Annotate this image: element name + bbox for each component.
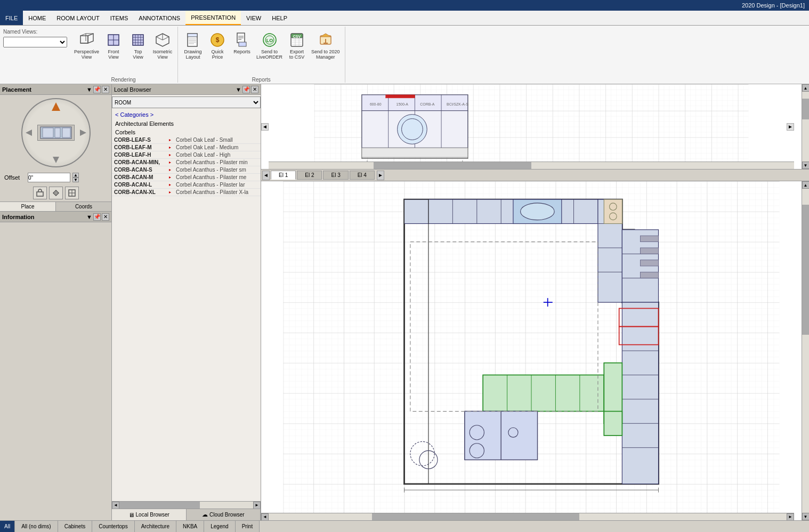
svg-rect-127 xyxy=(640,260,658,266)
bottom-tab-all-no-dims[interactable]: All (no dims) xyxy=(15,521,58,532)
fp-hscroll-left[interactable]: ◄ xyxy=(261,513,269,521)
item-desc-5: Corbel Acanthus - Pilaster me xyxy=(176,174,246,180)
view-tab-el2[interactable]: El 2 xyxy=(297,171,322,180)
list-item[interactable]: CORB-ACAN-XL ▸ Corbel Acanthus - Pilaste… xyxy=(112,189,261,196)
send-to-liveorder-label: Send toLiveORDER xyxy=(256,50,282,60)
export-to-csv-icon: CSV xyxy=(288,31,305,49)
view-tab-el3[interactable]: El 3 xyxy=(323,171,348,180)
svg-rect-49 xyxy=(43,128,53,138)
action-btn-1[interactable] xyxy=(33,187,47,199)
drawing-layout-button[interactable]: DrawingLayout xyxy=(181,29,205,63)
browser-scroll-right[interactable]: ► xyxy=(253,502,261,509)
fp-hscroll-right[interactable]: ► xyxy=(787,513,794,521)
reports-button[interactable]: Reports xyxy=(230,29,254,58)
list-item[interactable]: CORB-ACAN-M ▸ Corbel Acanthus - Pilaster… xyxy=(112,174,261,181)
cloud-browser-tab[interactable]: ☁ Cloud Browser xyxy=(187,509,261,520)
tabs-left-arrow[interactable]: ◄ xyxy=(262,171,270,180)
view-tab-el1[interactable]: El 1 xyxy=(271,171,296,180)
named-views-select[interactable] xyxy=(3,37,67,47)
compass-left-arrow xyxy=(26,130,32,136)
send-to-liveorder-button[interactable]: LO Send toLiveORDER xyxy=(255,29,284,63)
action-btn-2[interactable] xyxy=(49,187,63,199)
list-item[interactable]: CORB-LEAF-S ▸ Corbel Oak Leaf - Small xyxy=(112,136,261,144)
isometric-view-button[interactable]: IsometricView xyxy=(151,29,174,63)
item-code-4: CORB-ACAN-S xyxy=(114,167,167,173)
top-view-button[interactable]: TopView xyxy=(126,29,150,63)
browser-scroll-left[interactable]: ◄ xyxy=(112,502,119,509)
place-tab[interactable]: Place xyxy=(0,202,56,211)
offset-spin-down[interactable]: ▼ xyxy=(72,178,79,182)
browser-room-select[interactable]: ROOM xyxy=(112,96,261,108)
offset-input[interactable] xyxy=(28,173,70,182)
browser-controls: ▼ 📌 ✕ xyxy=(236,86,258,93)
menu-room-layout[interactable]: ROOM LAYOUT xyxy=(51,11,104,25)
top-view-vscroll[interactable]: ▲ ▼ xyxy=(802,84,809,169)
front-view-label: FrontView xyxy=(108,50,119,60)
list-item[interactable]: CORB-ACAN-L ▸ Corbel Acanthus - Pilaster… xyxy=(112,181,261,189)
bottom-tab-cabinets[interactable]: Cabinets xyxy=(58,521,92,532)
menu-annotations[interactable]: ANNOTATIONS xyxy=(133,11,185,25)
list-item[interactable]: CORB-LEAF-H ▸ Corbel Oak Leaf - High xyxy=(112,151,261,159)
offset-spin-up[interactable]: ▲ xyxy=(72,173,79,178)
menu-home[interactable]: HOME xyxy=(23,11,51,25)
bottom-tab-nkba[interactable]: NKBA xyxy=(176,521,204,532)
action-buttons xyxy=(0,184,111,201)
item-desc-7: Corbel Acanthus - Pilaster X-la xyxy=(176,189,248,195)
menu-help[interactable]: HELP xyxy=(266,11,293,25)
floor-plan-area[interactable]: ◄ ► ▲ ▼ xyxy=(261,181,809,520)
local-browser-tab[interactable]: 🖥 Local Browser xyxy=(112,509,187,520)
perspective-view-button[interactable]: PerspectiveView xyxy=(72,29,101,63)
browser-close-button[interactable]: ✕ xyxy=(251,86,258,93)
floor-plan-vscroll[interactable]: ▲ ▼ xyxy=(802,181,809,520)
offset-label: Offset xyxy=(4,174,26,181)
category-architectural-elements[interactable]: Architectural Elements xyxy=(112,119,261,128)
list-item[interactable]: CORB-LEAF-M ▸ Corbel Oak Leaf - Medium xyxy=(112,144,261,151)
top-vscroll-up[interactable]: ▲ xyxy=(802,84,810,92)
categories-breadcrumb[interactable]: < Categories > xyxy=(112,110,261,119)
fp-vscroll-down[interactable]: ▼ xyxy=(802,513,810,520)
front-view-button[interactable]: FrontView xyxy=(102,29,125,63)
send-to-liveorder-icon: LO xyxy=(261,31,278,49)
svg-rect-125 xyxy=(640,236,658,241)
top-view-scroll-right[interactable]: ► xyxy=(787,123,794,131)
list-item[interactable]: CORB-ACAN-MIN, ▸ Corbel Acanthus - Pilas… xyxy=(112,159,261,166)
title-text: 2020 Design - [Design1] xyxy=(742,2,805,9)
bottom-tab-print[interactable]: Print xyxy=(236,521,260,532)
export-to-csv-button[interactable]: CSV Exportto CSV xyxy=(285,29,309,63)
menu-file[interactable]: FILE xyxy=(0,11,23,25)
bottom-tab-countertops[interactable]: Countertops xyxy=(92,521,134,532)
floor-plan-hscroll[interactable]: ◄ ► xyxy=(261,513,794,520)
coords-tab[interactable]: Coords xyxy=(56,202,111,211)
placement-close-button[interactable]: ✕ xyxy=(102,86,109,93)
action-btn-3[interactable] xyxy=(65,187,79,199)
reports-group: DrawingLayout $ QuickPrice xyxy=(178,27,345,83)
bottom-tab-architecture[interactable]: Architecture xyxy=(135,521,176,532)
browser-pin-button[interactable]: 📌 xyxy=(242,86,250,93)
info-close-button[interactable]: ✕ xyxy=(102,213,109,221)
main-layout: Placement ▼ 📌 ✕ xyxy=(0,84,809,520)
top-vscroll-down[interactable]: ▼ xyxy=(802,162,810,169)
bottom-tab-all[interactable]: All xyxy=(0,521,15,532)
info-title: Information xyxy=(2,214,35,220)
top-view-hscroll[interactable] xyxy=(269,162,794,169)
info-arrow-icon: ▼ xyxy=(86,214,92,220)
browser-hscroll[interactable]: ◄ ► xyxy=(112,501,261,509)
placement-panel: Placement ▼ 📌 ✕ xyxy=(0,84,111,212)
menu-view[interactable]: VIEW xyxy=(241,11,266,25)
menu-presentation[interactable]: PRESENTATION xyxy=(185,11,241,25)
top-view-area[interactable]: ◄ ► xyxy=(261,84,809,170)
top-view-scroll-left[interactable]: ◄ xyxy=(261,123,269,131)
cloud-browser-icon: ☁ xyxy=(202,511,208,518)
send-to-2020-manager-button[interactable]: Send to 2020Manager xyxy=(310,29,342,63)
info-pin-button[interactable]: 📌 xyxy=(93,213,101,221)
menu-items[interactable]: ITEMS xyxy=(105,11,134,25)
quick-price-button[interactable]: $ QuickPrice xyxy=(206,29,229,63)
list-item[interactable]: CORB-ACAN-S ▸ Corbel Acanthus - Pilaster… xyxy=(112,166,261,174)
tabs-right-arrow[interactable]: ► xyxy=(377,171,384,180)
view-tab-el4[interactable]: El 4 xyxy=(350,171,375,180)
placement-pin-button[interactable]: 📌 xyxy=(93,86,101,93)
fp-vscroll-up[interactable]: ▲ xyxy=(802,181,810,189)
compass[interactable] xyxy=(21,98,91,167)
bottom-tab-legend[interactable]: Legend xyxy=(204,521,235,532)
category-corbels[interactable]: Corbels xyxy=(112,128,261,136)
